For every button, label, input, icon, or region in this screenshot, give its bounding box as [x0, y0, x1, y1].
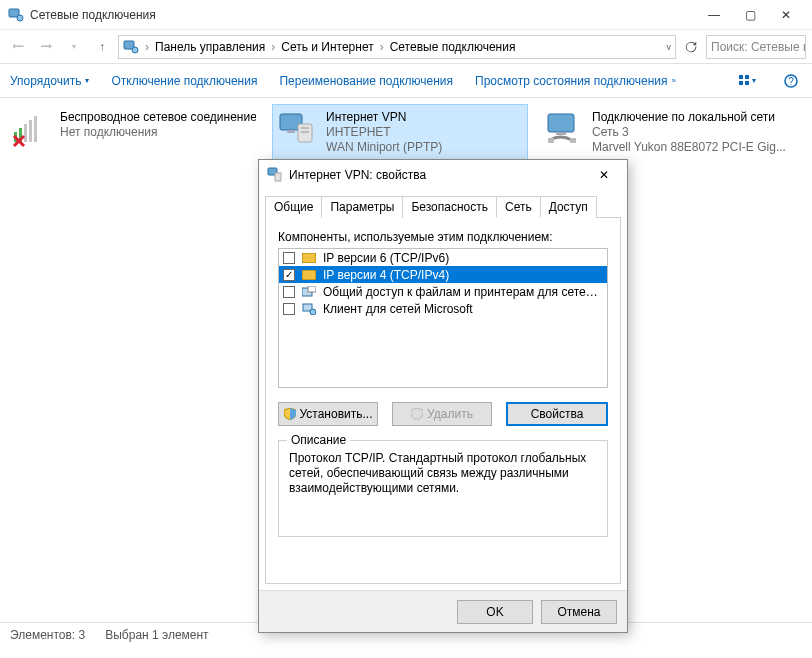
connection-network: Сеть 3	[592, 125, 786, 140]
network-folder-icon	[8, 7, 24, 23]
network-folder-icon	[123, 39, 139, 55]
description-text: Протокол TCP/IP. Стандартный протокол гл…	[289, 451, 597, 496]
list-item-ipv4[interactable]: ✓ IP версии 4 (TCP/IPv4)	[279, 266, 607, 283]
tab-security[interactable]: Безопасность	[402, 196, 497, 218]
connection-item-lan[interactable]: Подключение по локальной сети Сеть 3 Mar…	[538, 104, 794, 161]
properties-button[interactable]: Свойства	[506, 402, 608, 426]
cmd-status-label: Просмотр состояния подключения	[475, 74, 667, 88]
connection-title: Интернет VPN	[326, 110, 442, 125]
help-button[interactable]: ?	[780, 70, 802, 92]
svg-rect-26	[302, 253, 316, 263]
svg-point-31	[310, 309, 316, 315]
chevron-right-icon: »	[672, 76, 676, 85]
nav-recent-button[interactable]: ▾	[62, 35, 86, 59]
connection-title: Беспроводное сетевое соединение	[60, 110, 256, 125]
svg-rect-29	[308, 286, 316, 292]
nav-forward-button: 🠖	[34, 35, 58, 59]
window-titlebar: Сетевые подключения — ▢ ✕	[0, 0, 812, 30]
svg-text:?: ?	[788, 76, 794, 87]
components-label: Компоненты, используемые этим подключени…	[278, 230, 608, 244]
close-button[interactable]: ✕	[768, 3, 804, 27]
wifi-no-connection-icon	[12, 110, 52, 150]
checkbox-checked[interactable]: ✓	[283, 269, 295, 281]
tab-network[interactable]: Сеть	[496, 196, 541, 218]
view-options-button[interactable]: ▾	[736, 70, 758, 92]
checkbox-unchecked[interactable]	[283, 252, 295, 264]
breadcrumb-box[interactable]: › Панель управления › Сеть и Интернет › …	[118, 35, 676, 59]
tab-access[interactable]: Доступ	[540, 196, 597, 218]
cancel-button[interactable]: Отмена	[541, 600, 617, 624]
component-buttons: Установить... Удалить Свойства	[278, 402, 608, 426]
svg-point-3	[132, 47, 138, 53]
dialog-close-button[interactable]: ✕	[589, 163, 619, 187]
tab-panel-network: Компоненты, используемые этим подключени…	[265, 217, 621, 584]
chevron-right-icon[interactable]: ›	[145, 40, 149, 54]
connection-title: Подключение по локальной сети	[592, 110, 786, 125]
chevron-right-icon[interactable]: ›	[271, 40, 275, 54]
status-selected-count: Выбран 1 элемент	[105, 628, 208, 642]
svg-rect-27	[302, 270, 316, 280]
list-item-file-sharing[interactable]: Общий доступ к файлам и принтерам для се…	[279, 283, 607, 300]
svg-rect-13	[29, 120, 32, 142]
ok-button[interactable]: OK	[457, 600, 533, 624]
svg-rect-25	[275, 173, 281, 181]
svg-rect-22	[548, 138, 554, 143]
svg-rect-21	[556, 132, 566, 135]
protocol-icon	[301, 269, 317, 281]
nav-up-button[interactable]: ↑	[90, 35, 114, 59]
service-icon	[301, 286, 317, 298]
checkbox-unchecked[interactable]	[283, 303, 295, 315]
tab-strip: Общие Параметры Безопасность Сеть Доступ	[259, 190, 627, 218]
breadcrumb-item[interactable]: Сетевые подключения	[390, 40, 516, 54]
maximize-button[interactable]: ▢	[732, 3, 768, 27]
cmd-rename[interactable]: Переименование подключения	[279, 74, 453, 88]
components-listbox[interactable]: IP версии 6 (TCP/IPv6) ✓ IP версии 4 (TC…	[278, 248, 608, 388]
tab-parameters[interactable]: Параметры	[321, 196, 403, 218]
minimize-button[interactable]: —	[696, 3, 732, 27]
dialog-titlebar[interactable]: Интернет VPN: свойства ✕	[259, 160, 627, 190]
chevron-right-icon[interactable]: ›	[380, 40, 384, 54]
install-button-label: Установить...	[300, 407, 373, 421]
nav-back-button[interactable]: 🠔	[6, 35, 30, 59]
list-item-ms-client[interactable]: Клиент для сетей Microsoft	[279, 300, 607, 317]
connection-status: Нет подключения	[60, 125, 256, 140]
svg-rect-4	[739, 75, 743, 79]
tab-general[interactable]: Общие	[265, 196, 322, 218]
chevron-down-icon[interactable]: v	[667, 42, 672, 52]
remove-button: Удалить	[392, 402, 492, 426]
shield-icon	[411, 408, 423, 420]
search-input[interactable]: Поиск: Сетевые п	[706, 35, 806, 59]
connection-device: Marvell Yukon 88E8072 PCI-E Gig...	[592, 140, 786, 155]
cmd-disable[interactable]: Отключение подключения	[111, 74, 257, 88]
refresh-button[interactable]	[680, 36, 702, 58]
properties-dialog: Интернет VPN: свойства ✕ Общие Параметры…	[258, 159, 628, 633]
list-item-ipv6[interactable]: IP версии 6 (TCP/IPv6)	[279, 249, 607, 266]
svg-rect-23	[570, 138, 576, 143]
properties-button-label: Свойства	[531, 407, 584, 421]
install-button[interactable]: Установить...	[278, 402, 378, 426]
checkbox-unchecked[interactable]	[283, 286, 295, 298]
svg-rect-18	[301, 127, 309, 129]
connection-item-vpn[interactable]: Интернет VPN ИНТЕРНЕТ WAN Miniport (PPTP…	[272, 104, 528, 161]
list-item-label: Клиент для сетей Microsoft	[323, 302, 603, 316]
client-icon	[301, 303, 317, 315]
connection-network: ИНТЕРНЕТ	[326, 125, 442, 140]
cmd-organize[interactable]: Упорядочить▾	[10, 74, 89, 88]
list-item-label: Общий доступ к файлам и принтерам для се…	[323, 285, 603, 299]
window-title: Сетевые подключения	[30, 8, 696, 22]
svg-point-1	[17, 15, 23, 21]
description-groupbox: Описание Протокол TCP/IP. Стандартный пр…	[278, 440, 608, 537]
breadcrumb-item[interactable]: Панель управления	[155, 40, 265, 54]
command-bar: Упорядочить▾ Отключение подключения Пере…	[0, 64, 812, 98]
connection-item-wifi[interactable]: Беспроводное сетевое соединение Нет подк…	[6, 104, 262, 161]
remove-button-label: Удалить	[427, 407, 473, 421]
lan-connection-icon	[544, 110, 584, 150]
vpn-connection-icon	[267, 167, 283, 183]
cmd-organize-label: Упорядочить	[10, 74, 81, 88]
breadcrumb-item[interactable]: Сеть и Интернет	[281, 40, 373, 54]
shield-icon	[284, 408, 296, 420]
description-legend: Описание	[287, 433, 350, 447]
cmd-status[interactable]: Просмотр состояния подключения»	[475, 74, 676, 88]
svg-rect-7	[745, 81, 749, 85]
svg-rect-5	[745, 75, 749, 79]
